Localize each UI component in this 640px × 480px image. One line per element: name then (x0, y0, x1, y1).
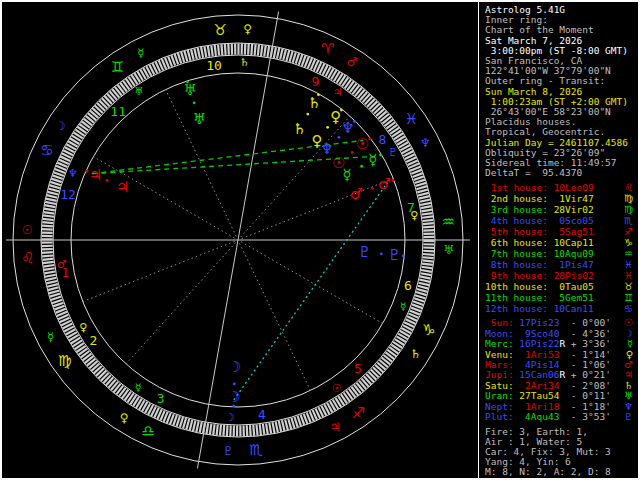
sign-ruler-icon: ☿ (47, 330, 54, 344)
natal-planet-icon: ♃ (116, 178, 129, 196)
natal-degree-dot (193, 101, 196, 104)
zodiac-sign-icon: ♓ (404, 110, 417, 128)
transit-planet-icon: ♆ (341, 119, 354, 137)
house-number: 8 (379, 132, 387, 147)
house-row: 7th house: 10Aqu09♒ (485, 248, 636, 259)
zodiac-sign-icon: ♓ (624, 270, 636, 281)
house-ruler-icon: ♆ (68, 167, 78, 180)
natal-planet-icon: ☽ (228, 358, 241, 376)
house-row: 8th house: 1Pis47♓ (485, 259, 636, 270)
house-ruler-icon: ♀ (79, 321, 87, 334)
zodiac-sign-icon: ♈ (321, 40, 334, 58)
zodiac-sign-icon: ♌ (624, 182, 636, 193)
house-number: 10 (206, 58, 222, 73)
house-number: 5 (354, 361, 362, 376)
transit-planet-icon: ♀ (330, 108, 341, 126)
natal-degree-dot (338, 136, 341, 139)
transit-degree-dot (353, 120, 356, 123)
sign-ruler-icon: ♂ (346, 55, 357, 69)
house-ruler-icon: ♃ (333, 86, 343, 99)
sign-ruler-icon: ♆ (420, 136, 431, 150)
natal-planet-icon: ♅ (193, 110, 206, 128)
house-row: 6th house: 10Cap11♑ (485, 237, 636, 248)
transit-degree-dot (402, 255, 405, 258)
natal-degree-dot (306, 113, 309, 116)
house-row: 12th house: 10Can11♋ (485, 303, 636, 314)
transit-planet-icon: ♄ (307, 94, 320, 112)
aspect-line (234, 183, 388, 400)
sign-ruler-icon: ☽ (55, 119, 66, 133)
house-row: 3rd house: 28Vir02♍ (485, 204, 636, 215)
house-row: 1st house: 10Leo09♌ (485, 182, 636, 193)
natal-degree-dot (371, 187, 374, 190)
house-ruler-icon: ♀ (410, 209, 418, 222)
planet-icon: ♇ (624, 412, 636, 422)
zodiac-sign-icon: ♉ (624, 281, 636, 292)
planet-position-value: 4Aqu43 (514, 412, 560, 422)
zodiac-sign-icon: ♋ (624, 303, 636, 314)
natal-planet-icon: ♇ (358, 243, 371, 261)
zodiac-sign-icon: ♊ (624, 292, 636, 303)
house-row: 4th house: 0Sco05♏ (485, 215, 636, 226)
house-label: 8th house: (485, 259, 548, 270)
planet-delta-value: - 3°53' (565, 412, 611, 422)
zodiac-sign-icon: ♍ (58, 352, 71, 370)
natal-degree-dot (233, 383, 236, 386)
house-label: 3rd house: (485, 204, 548, 215)
house-cusp-value: 10Cap11 (548, 237, 594, 248)
house-cusp-value: 10Aqu09 (548, 248, 594, 259)
house-row: 11th house: 5Gem51♊ (485, 292, 636, 303)
house-ruler-icon: ☽ (225, 411, 235, 424)
chart-wheel: ♈♉♊♋♌♍♎♏♐♑♒♓♂♀☿☽☉☿♀♇♃♄♅♆123456789101112♂… (0, 2, 478, 478)
natal-degree-dot (380, 252, 383, 255)
summary-line: M: 8, N: 2, A: 2, D: 8 (485, 467, 636, 477)
transit-planet-icon: ♂ (378, 175, 391, 193)
house-label: 5th house: (485, 226, 548, 237)
house-number: 6 (404, 278, 412, 293)
transit-degree-dot (186, 80, 189, 83)
house-ruler-icon: ☉ (332, 382, 342, 395)
house-label: 6th house: (485, 237, 548, 248)
transit-degree-dot (340, 109, 343, 112)
natal-planet-icon: ♆ (320, 140, 333, 158)
natal-planet-icon: ☿ (342, 166, 351, 184)
house-label: 7th house: (485, 248, 548, 259)
zodiac-sign-icon: ♍ (624, 193, 636, 204)
house-label: 2nd house: (485, 193, 548, 204)
house-row: 10th house: 0Tau05♉ (485, 281, 636, 292)
house-cusp-value: 0Sco05 (548, 215, 594, 226)
house-cusp-value: 1Pis47 (548, 259, 594, 270)
house-number: 9 (312, 74, 320, 89)
transit-degree-dot (86, 170, 89, 173)
house-label: 10th house: (485, 281, 548, 292)
house-cusp-value: 5Sag51 (548, 226, 594, 237)
house-ruler-icon: ♇ (388, 146, 398, 159)
transit-degree-dot (392, 179, 395, 182)
chart-info-block: Astrolog 5.41GInner ring:Chart of the Mo… (485, 5, 636, 178)
astrolog-window: ♈♉♊♋♌♍♎♏♐♑♒♓♂♀☿☽☉☿♀♇♃♄♅♆123456789101112♂… (0, 0, 640, 480)
zodiac-sign-icon: ♑ (422, 321, 435, 339)
sign-ruler-icon: ♅ (443, 243, 454, 257)
natal-degree-dot (326, 126, 329, 129)
house-label: 12th house: (485, 303, 548, 314)
house-ruler-icon: ♄ (240, 56, 250, 69)
house-cusp-value: 28Vir02 (548, 204, 594, 215)
transit-planet-icon: ☽ (227, 388, 240, 406)
natal-degree-dot (351, 151, 354, 154)
sign-ruler-icon: ♄ (410, 347, 421, 361)
zodiac-sign-icon: ♓ (624, 259, 636, 270)
info-panel: Astrolog 5.41GInner ring:Chart of the Mo… (478, 2, 636, 478)
house-cusp-value: 0Tau05 (548, 281, 594, 292)
house-number: 3 (157, 391, 165, 406)
house-cusp-value: 10Can11 (548, 303, 594, 314)
house-ruler-icon: ☿ (135, 381, 142, 394)
sign-ruler-icon: ☉ (22, 223, 33, 237)
house-label: 11th house: (485, 292, 548, 303)
transit-planet-icon: ♇ (388, 246, 401, 264)
house-cusp-list: 1st house: 10Leo09♌ 2nd house: 1Vir47♍ 3… (485, 182, 636, 314)
zodiac-sign-icon: ♐ (624, 226, 636, 237)
zodiac-sign-icon: ♉ (213, 21, 226, 39)
natal-planet-icon: ♂ (350, 185, 363, 203)
natal-degree-dot (106, 179, 109, 182)
natal-degree-dot (360, 165, 363, 168)
